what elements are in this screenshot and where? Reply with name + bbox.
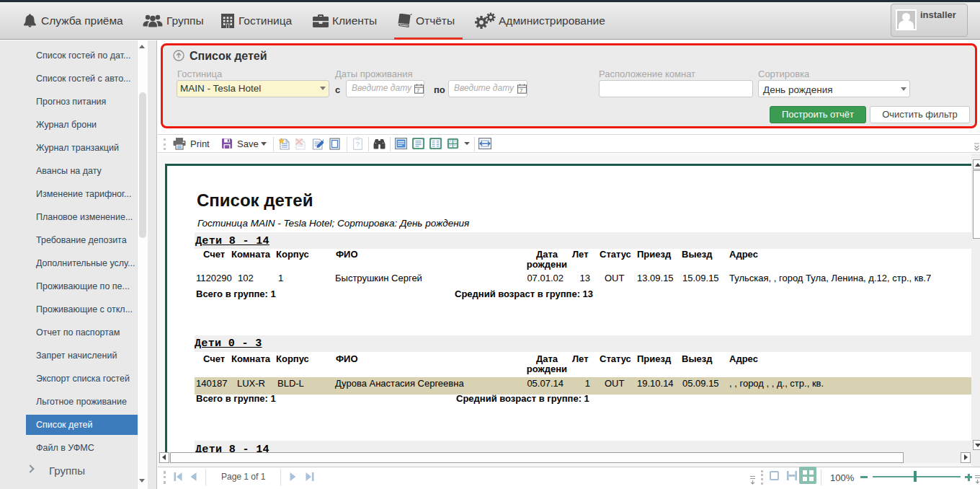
svg-text:7: 7 — [416, 87, 420, 94]
svg-text:?: ? — [356, 140, 360, 148]
svg-text:7: 7 — [520, 87, 523, 94]
